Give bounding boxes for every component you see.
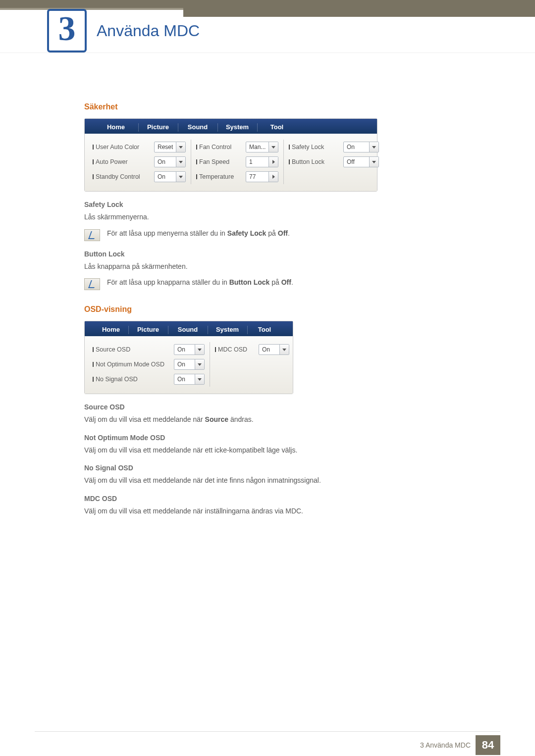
header-stripe-right <box>183 8 535 17</box>
subheading-safety-lock: Safety Lock <box>84 201 451 208</box>
top-bar <box>0 0 535 8</box>
note-text: För att låsa upp menyerna ställer du in … <box>107 229 290 237</box>
chevron-right-icon <box>268 172 278 182</box>
label-fan-speed: Fan Speed <box>196 158 242 165</box>
text-source-osd: Välj om du vill visa ett meddelande när … <box>84 415 451 425</box>
label-user-auto-color: User Auto Color <box>93 144 150 151</box>
spin-fan-speed[interactable]: 1 <box>246 156 278 167</box>
tab-sound[interactable]: Sound <box>178 120 217 134</box>
dd-user-auto-color[interactable]: Reset <box>154 142 186 152</box>
chevron-down-icon <box>268 142 278 152</box>
header-stripe-left <box>0 8 183 10</box>
footer-text: 3 Använda MDC <box>420 741 471 749</box>
chapter-number: 3 <box>47 9 87 52</box>
tab-strip: Home Picture Sound System Tool <box>85 321 293 336</box>
page-content: Säkerhet Home Picture Sound System Tool … <box>0 53 535 543</box>
osd-panel: Home Picture Sound System Tool Source OS… <box>84 321 293 394</box>
subheading-no-signal-osd: No Signal OSD <box>84 464 451 472</box>
dd-no-signal-osd[interactable]: On <box>174 374 205 385</box>
chevron-down-icon <box>176 172 185 182</box>
subheading-mdc-osd: MDC OSD <box>84 495 451 503</box>
label-no-signal-osd: No Signal OSD <box>93 376 170 383</box>
dd-source-osd[interactable]: On <box>174 344 205 355</box>
dd-mdc-osd[interactable]: On <box>259 344 289 355</box>
tab-tool[interactable]: Tool <box>257 120 297 134</box>
page-header: 3 Använda MDC <box>0 8 535 53</box>
label-mdc-osd: MDC OSD <box>215 346 255 353</box>
dd-fan-control[interactable]: Man... <box>246 142 278 152</box>
chevron-down-icon <box>195 374 204 384</box>
section-heading-osd: OSD-visning <box>84 305 451 314</box>
tab-sound[interactable]: Sound <box>168 323 208 336</box>
text-no-signal-osd: Välj om du vill visa ett meddelande när … <box>84 476 451 486</box>
text-not-optimum-osd: Välj om du vill visa ett meddelande när … <box>84 446 451 455</box>
chevron-down-icon <box>195 359 204 369</box>
subheading-button-lock: Button Lock <box>84 250 451 258</box>
text-mdc-osd: Välj om du vill visa ett meddelande när … <box>84 506 451 516</box>
tab-picture[interactable]: Picture <box>138 120 178 134</box>
note-safety-lock: För att låsa upp menyerna ställer du in … <box>84 229 451 241</box>
tab-strip: Home Picture Sound System Tool <box>85 119 377 134</box>
dd-button-lock[interactable]: Off <box>343 156 379 167</box>
note-text: För att låsa upp knapparna ställer du in… <box>107 278 293 286</box>
tab-picture[interactable]: Picture <box>128 323 168 336</box>
subheading-source-osd: Source OSD <box>84 403 451 411</box>
note-icon <box>84 278 100 290</box>
chevron-down-icon <box>195 345 204 354</box>
label-not-optimum-osd: Not Optimum Mode OSD <box>93 361 170 368</box>
spin-temperature[interactable]: 77 <box>246 171 278 182</box>
safety-panel: Home Picture Sound System Tool User Auto… <box>84 118 377 192</box>
label-button-lock: Button Lock <box>289 158 339 165</box>
section-heading-safety: Säkerhet <box>84 102 451 111</box>
footer-divider <box>35 731 500 732</box>
tab-tool[interactable]: Tool <box>247 323 282 336</box>
tab-system[interactable]: System <box>208 323 247 336</box>
chevron-right-icon <box>268 157 278 167</box>
text-safety-lock: Lås skärmmenyerna. <box>84 212 451 222</box>
dd-not-optimum-osd[interactable]: On <box>174 359 205 370</box>
page-footer: 3 Använda MDC 84 <box>0 731 535 756</box>
tab-system[interactable]: System <box>217 120 257 134</box>
tab-home[interactable]: Home <box>94 323 128 336</box>
dd-auto-power[interactable]: On <box>154 156 186 167</box>
label-fan-control: Fan Control <box>196 144 242 151</box>
chevron-down-icon <box>176 157 185 167</box>
note-button-lock: För att låsa upp knapparna ställer du in… <box>84 278 451 290</box>
subheading-not-optimum-osd: Not Optimum Mode OSD <box>84 434 451 442</box>
dd-standby-control[interactable]: On <box>154 171 186 182</box>
page-number: 84 <box>476 735 500 755</box>
note-icon <box>84 229 100 241</box>
dd-safety-lock[interactable]: On <box>343 142 379 152</box>
chevron-down-icon <box>176 142 185 152</box>
chevron-down-icon <box>279 345 289 354</box>
label-temperature: Temperature <box>196 173 242 180</box>
text-button-lock: Lås knapparna på skärmenheten. <box>84 262 451 272</box>
label-source-osd: Source OSD <box>93 346 170 353</box>
label-auto-power: Auto Power <box>93 158 150 165</box>
chevron-down-icon <box>369 142 378 152</box>
tab-home[interactable]: Home <box>94 120 138 134</box>
chevron-down-icon <box>369 157 378 167</box>
chapter-title: Använda MDC <box>97 22 200 40</box>
label-safety-lock: Safety Lock <box>289 144 339 151</box>
label-standby-control: Standby Control <box>93 173 150 180</box>
